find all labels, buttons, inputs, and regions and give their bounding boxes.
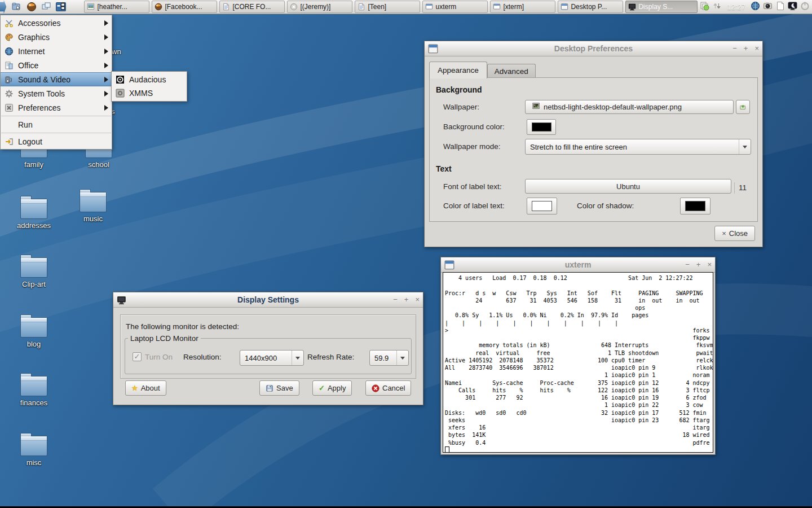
updown-icon[interactable]: [712, 1, 722, 12]
background-color-swatch[interactable]: [527, 119, 556, 135]
uxterm-titlebar[interactable]: uxterm − + ×: [441, 257, 715, 273]
about-button[interactable]: ★About: [125, 380, 166, 396]
resolution-dropdown[interactable]: 812x508: [240, 350, 304, 366]
menu-item-internet[interactable]: Internet: [1, 44, 112, 58]
menu-item-run[interactable]: Run: [1, 117, 112, 132]
desktop-folder-music[interactable]: music: [67, 192, 119, 223]
desktop-folder-clip-art[interactable]: Clip-art: [8, 257, 60, 288]
app-menu-launcher-icon[interactable]: [0, 0, 6, 14]
taskbar-button[interactable]: uxterm: [422, 1, 488, 13]
shadow-color-label: Color of shadow:: [577, 202, 634, 210]
minimize-button[interactable]: −: [732, 41, 737, 56]
taskbar-button[interactable]: [Teen]: [355, 1, 420, 13]
monitor-moon-icon[interactable]: [788, 1, 797, 12]
camera-icon[interactable]: [763, 1, 773, 12]
taskbar: [heather...[Facebook...[CORE FO...[(Jere…: [0, 0, 812, 14]
taskbar-button[interactable]: Desktop P...: [558, 1, 623, 13]
maximize-button[interactable]: +: [404, 292, 409, 307]
taskbar-button[interactable]: [xterm]: [490, 1, 555, 13]
menu-item-office[interactable]: Office: [1, 58, 112, 72]
submenu-item-xmms[interactable]: XMMS: [112, 86, 187, 100]
cancel-button[interactable]: Cancel: [365, 380, 411, 396]
logout-icon: [4, 137, 14, 146]
desktop-folder-blog[interactable]: blog: [8, 317, 60, 348]
submenu-arrow-icon: [104, 49, 108, 54]
globe-blue-icon[interactable]: [751, 1, 760, 12]
terminal-output[interactable]: 4 users Load 0.17 0.18 0.12 Sat Jun 2 12…: [443, 272, 713, 453]
dp-close-button[interactable]: × Close: [714, 226, 755, 241]
refresh-rate-value: 59.9: [370, 354, 396, 362]
menu-item-graphics[interactable]: Graphics: [1, 30, 112, 44]
font-button[interactable]: Ubuntu: [525, 179, 731, 194]
background-section-heading: Background: [436, 85, 482, 94]
desktop-folder-misc[interactable]: misc: [8, 436, 60, 467]
menu-item-logout[interactable]: Logout: [1, 134, 112, 148]
terminal-line: > forks: [445, 327, 713, 334]
terminal-line: %busy 0.4 pdfre: [445, 439, 713, 446]
font-size-value[interactable]: 11: [734, 182, 751, 194]
terminal-line: 24 637 31 4053 546 158 31 in out in out: [445, 297, 713, 304]
close-x-icon: ×: [722, 229, 726, 238]
apply-button[interactable]: ✓Apply: [312, 380, 352, 396]
terminal-line: 4 users Load 0.17 0.18 0.12 Sat Jun 2 12…: [445, 274, 713, 282]
clipboard-green-icon[interactable]: [700, 1, 709, 12]
dp-titlebar[interactable]: Desktop Preferences − + ×: [425, 41, 762, 56]
iconify-all-icon[interactable]: [40, 1, 52, 12]
maximize-button[interactable]: +: [744, 41, 748, 56]
refresh-rate-dropdown[interactable]: 59.9: [369, 350, 409, 366]
cancel-icon: [372, 384, 379, 392]
monitor-group-label: Laptop LCD Monitor: [128, 334, 201, 343]
menu-item-preferences[interactable]: Preferences: [1, 100, 112, 115]
close-button[interactable]: ×: [754, 41, 759, 56]
terminal-line: fkppw: [445, 334, 713, 341]
window-desktop-preferences: Desktop Preferences − + × Appearance Adv…: [424, 41, 763, 247]
terminal-line: xfers 16 itarg: [445, 424, 713, 431]
ds-title: Display Settings: [113, 295, 423, 304]
close-button[interactable]: ×: [707, 257, 712, 272]
taskbar-button[interactable]: Display S...: [625, 1, 698, 13]
ds-window-controls: − + ×: [393, 292, 420, 307]
pager-icon[interactable]: [55, 1, 67, 12]
submenu-arrow-icon: [104, 77, 108, 82]
desktop: { "taskbar": { "quick_launch": [ {"name"…: [0, 0, 812, 508]
check-icon: ✓: [319, 384, 325, 392]
maximize-button[interactable]: +: [696, 257, 701, 272]
terminal-line: 301 277 92 16 ioapic0 pin 19 6 zfod: [445, 394, 713, 401]
browse-wallpaper-button[interactable]: [736, 100, 750, 114]
taskbar-button[interactable]: [Facebook...: [152, 1, 217, 13]
terminal-line: memory totals (in kB) 648 Interrupts fks…: [445, 341, 713, 349]
taskbar-button[interactable]: [CORE FO...: [219, 1, 285, 13]
wallpaper-mode-dropdown[interactable]: Stretch to fill the entire screen: [525, 139, 751, 155]
folder-icon: [20, 199, 47, 219]
sheet-icon[interactable]: [775, 1, 785, 12]
submenu-arrow-icon: [104, 91, 108, 97]
terminal-line: 1 ioapic0 pin 1 noram: [445, 371, 713, 379]
tab-appearance[interactable]: Appearance: [429, 62, 487, 78]
web-browser-icon[interactable]: [25, 1, 38, 12]
minimize-button[interactable]: −: [393, 292, 398, 307]
dp-window-controls: − + ×: [732, 41, 759, 56]
label-color-swatch[interactable]: [527, 198, 557, 214]
minimize-button[interactable]: −: [685, 257, 690, 272]
shadow-color-swatch[interactable]: [680, 198, 710, 214]
desktop-folder-addresses[interactable]: addresses: [8, 199, 60, 230]
menu-item-accessories[interactable]: Accessories: [1, 16, 112, 30]
power-icon[interactable]: [800, 1, 810, 12]
wallpaper-file-button[interactable]: netbsd-light-desktop-default-wallpaper.p…: [525, 100, 734, 114]
terminal-line: | | | | | | | | | | |: [445, 319, 713, 327]
menu-item-system-tools[interactable]: System Tools: [1, 86, 112, 100]
ds-titlebar[interactable]: Display Settings − + ×: [113, 292, 423, 308]
tab-advanced[interactable]: Advanced: [487, 64, 536, 78]
desktop-folder-finances[interactable]: finances: [8, 376, 60, 407]
save-button[interactable]: Save: [259, 380, 299, 396]
file-manager-icon[interactable]: [11, 1, 23, 12]
taskbar-button[interactable]: [(Jeremy)]: [287, 1, 352, 13]
close-button[interactable]: ×: [415, 292, 420, 307]
menu-item-sound-video[interactable]: Sound & Video: [1, 72, 112, 86]
turn-on-checkbox[interactable]: ✓: [133, 352, 142, 361]
app-menu: AccessoriesGraphicsInternetOfficeSound &…: [0, 15, 112, 150]
submenu-item-audacious[interactable]: Audacious: [112, 73, 187, 86]
uxterm-title: uxterm: [441, 260, 715, 269]
taskbar-button[interactable]: [heather...: [84, 1, 149, 13]
save-icon: [266, 384, 273, 392]
